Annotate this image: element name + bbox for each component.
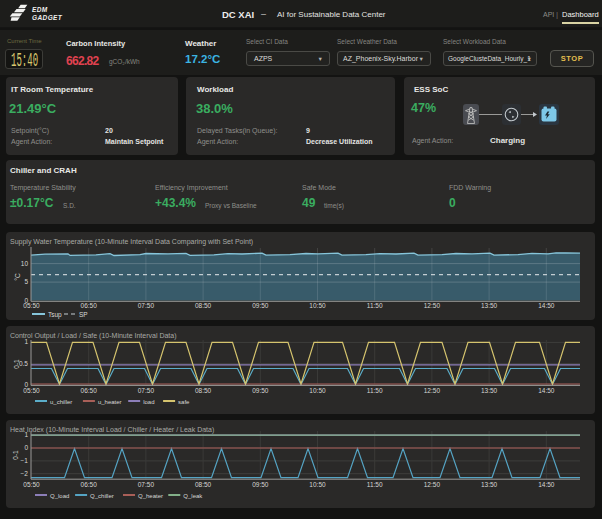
svg-text:06:50: 06:50 <box>81 387 98 394</box>
svg-text:08:50: 08:50 <box>195 481 212 488</box>
svg-text:10: 10 <box>21 260 29 267</box>
svg-text:08:50: 08:50 <box>195 387 212 394</box>
svg-text:05:50: 05:50 <box>23 481 40 488</box>
svg-text:1: 1 <box>24 338 28 345</box>
svg-text:10:50: 10:50 <box>309 387 326 394</box>
svg-text:load: load <box>143 399 154 405</box>
svg-text:10:50: 10:50 <box>309 481 326 488</box>
svg-text:14:50: 14:50 <box>538 481 555 488</box>
svg-text:10:50: 10:50 <box>309 302 326 309</box>
svg-text:12:50: 12:50 <box>424 481 441 488</box>
svg-text:safe: safe <box>178 399 190 405</box>
svg-text:06:50: 06:50 <box>81 302 98 309</box>
svg-text:Q_heater: Q_heater <box>138 493 163 499</box>
svg-text:11:50: 11:50 <box>367 302 383 309</box>
svg-text:11:50: 11:50 <box>367 481 383 488</box>
svg-text:0.5: 0.5 <box>19 360 28 367</box>
svg-text:13:50: 13:50 <box>481 481 498 488</box>
svg-text:5: 5 <box>24 278 28 285</box>
svg-text:0: 0 <box>24 444 28 451</box>
svg-text:07:50: 07:50 <box>138 302 155 309</box>
svg-text:−1: −1 <box>21 457 29 464</box>
svg-text:09:50: 09:50 <box>252 302 269 309</box>
svg-text:06:50: 06:50 <box>81 481 98 488</box>
svg-text:−2: −2 <box>21 470 29 477</box>
svg-text:°C: °C <box>14 273 21 281</box>
svg-text:14:50: 14:50 <box>538 302 555 309</box>
svg-text:05:50: 05:50 <box>23 387 40 394</box>
svg-text:05:50: 05:50 <box>23 302 40 309</box>
svg-text:12:50: 12:50 <box>424 387 441 394</box>
svg-text:1: 1 <box>24 431 28 438</box>
svg-text:u_heater: u_heater <box>98 399 122 405</box>
svg-text:0-1: 0-1 <box>12 450 19 460</box>
svg-text:Q_load: Q_load <box>50 493 69 499</box>
svg-text:SP: SP <box>79 311 88 318</box>
svg-text:11:50: 11:50 <box>367 387 383 394</box>
svg-text:Tsup: Tsup <box>48 311 62 319</box>
svg-text:14:50: 14:50 <box>538 387 555 394</box>
svg-text:Q_chiller: Q_chiller <box>90 493 114 499</box>
svg-text:07:50: 07:50 <box>138 481 155 488</box>
svg-text:13:50: 13:50 <box>481 387 498 394</box>
svg-text:07:50: 07:50 <box>138 387 155 394</box>
svg-text:Q_leak: Q_leak <box>183 493 203 499</box>
svg-text:09:50: 09:50 <box>252 387 269 394</box>
svg-text:0-1: 0-1 <box>13 359 20 369</box>
svg-text:u_chiller: u_chiller <box>50 399 72 405</box>
svg-text:08:50: 08:50 <box>195 302 212 309</box>
svg-text:13:50: 13:50 <box>481 302 498 309</box>
svg-text:09:50: 09:50 <box>252 481 269 488</box>
svg-text:12:50: 12:50 <box>424 302 441 309</box>
